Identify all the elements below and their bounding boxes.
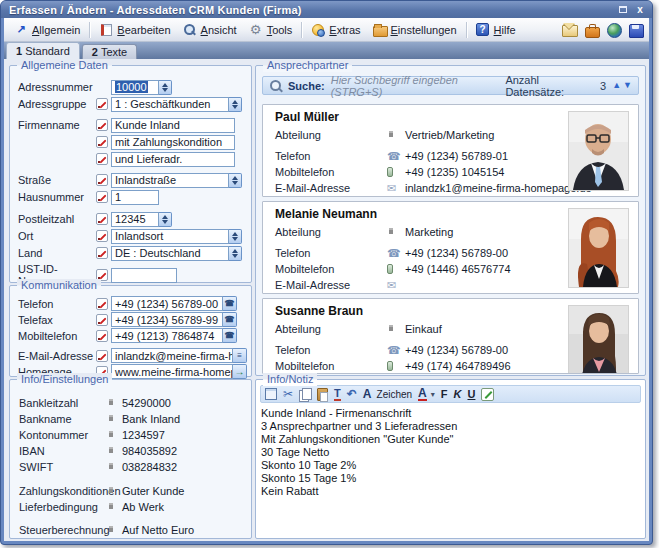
contact-search-bar[interactable]: Suche: Hier Suchbegriff eingeben (STRG+S… [262,76,639,95]
font-color-button[interactable]: A [418,387,427,401]
edit-pen-icon[interactable] [96,153,108,165]
postleitzahl-select[interactable]: 12345 [111,212,159,227]
field-label: Adressgruppe [18,98,96,110]
field-label: Adressnummer [18,81,96,93]
expand-icon[interactable] [265,388,277,400]
firmenname-input-1[interactable]: Kunde Inland [111,118,235,133]
ort-select[interactable]: Inlandsort [111,229,229,244]
strasse-select[interactable]: Inlandstraße [111,173,229,188]
menu-item-bearbeiten[interactable]: Bearbeiten [93,21,176,39]
title-bar[interactable]: Erfassen / Ändern - Adressdaten CRM Kund… [1,1,652,18]
menu-item-hilfe[interactable]: ? Hilfe [470,21,522,39]
email-menu-button[interactable]: ≡ [233,348,247,363]
menu-item-allgemein[interactable]: ↗ Allgemein [8,21,86,39]
menu-item-einstellungen[interactable]: Einstellungen [367,21,463,39]
dial-button[interactable]: ☎ [223,296,237,311]
menu-item-tools[interactable]: ⚙ Tools [243,21,299,39]
chevron-down-icon[interactable]: ▾ [431,387,435,401]
field-label: Firmenname [18,119,96,131]
mobiltelefon-input[interactable]: +49 (1213) 7864874 [111,328,223,343]
briefcase-icon[interactable] [584,22,601,38]
contact-card[interactable]: Melanie Neumann Abteilung Marketing Tele… [262,201,639,294]
search-placeholder[interactable]: Hier Suchbegriff eingeben (STRG+S) [331,74,506,98]
copy-icon[interactable] [299,388,311,400]
italic-button[interactable]: K [454,387,462,401]
open-homepage-button[interactable]: → [233,364,247,379]
bold-button[interactable]: F [441,387,448,401]
spinner-button[interactable] [229,229,242,244]
edit-pen-icon[interactable] [96,247,108,259]
spinner-button[interactable] [229,97,242,112]
cut-icon[interactable]: ✂ [283,387,293,401]
firmenname-input-3[interactable]: und Lieferadr. [111,152,235,167]
edit-pen-icon[interactable] [96,298,108,310]
info-label: Steuerberechnung [19,524,107,536]
field-label: Land [18,247,96,259]
prev-record-icon[interactable]: ▲ [612,81,621,90]
underline-button[interactable]: U [467,387,475,401]
telefax-input[interactable]: +49 (1234) 56789-99 [111,312,223,327]
spinner-button[interactable] [229,246,242,261]
spinner-button[interactable] [159,212,172,227]
tab-texte[interactable]: 2 Texte [82,44,137,59]
mail-compose-icon[interactable] [562,22,579,38]
field-row-firmenname-3: und Lieferadr. [18,151,247,167]
contact-photo [568,111,629,191]
menu-item-extras[interactable]: Extras [305,21,366,39]
font-icon[interactable]: T [334,387,341,401]
email-input[interactable]: inlandzk@meine-firma-homepage.de [111,348,233,363]
tab-standard[interactable]: 1 Standard [6,42,80,59]
spinner-button[interactable] [229,173,242,188]
notiz-textarea[interactable]: Kunde Inland - Firmenanschrift 3 Ansprec… [261,407,640,534]
field-label: Telefon [18,298,96,310]
save-icon[interactable] [628,22,645,38]
dial-button[interactable]: ☎ [223,328,237,343]
contact-card[interactable]: Paul Müller Abteilung Vertrieb/Marketing… [262,104,639,197]
edit-pen-icon[interactable] [96,174,108,186]
land-select[interactable]: DE : Deutschland [111,246,229,261]
undo-icon[interactable]: ↶ [347,387,357,401]
dial-button[interactable]: ☎ [223,312,237,327]
menu-item-ansicht[interactable]: Ansicht [177,21,243,39]
arrow-ne-icon: ↗ [14,23,28,37]
info-value: 038284832 [122,461,177,473]
edit-pen-icon[interactable] [96,213,108,225]
edit-pen-icon[interactable] [96,191,108,203]
restore-button[interactable] [616,4,630,16]
firmenname-input-2[interactable]: mit Zahlungskondition [111,135,235,150]
info-row: Bankleitzahl 54290000 [19,395,251,411]
homepage-input[interactable]: www.meine-firma-homepage.de [111,364,233,379]
telefon-input[interactable]: +49 (1234) 56789-00 [111,296,223,311]
field-label: E-Mail-Adresse [18,350,96,362]
adressgruppe-select[interactable]: 1 : Geschäftkunden [111,97,229,112]
menu-bar: ↗ Allgemein Bearbeiten Ansicht ⚙ Tools E… [4,18,649,42]
menu-separator [466,22,467,38]
contact-card[interactable]: Susanne Braun Abteilung Einkauf Telefon … [262,298,639,374]
field-row-hausnummer: Hausnummer 1 [18,189,247,205]
spinner-button[interactable] [159,80,172,95]
note-line: Skonto 15 Tage 1% [261,472,640,485]
next-record-icon[interactable]: ▼ [623,81,632,90]
info-label: IBAN [19,445,107,457]
mail-icon: ✉ [387,279,405,292]
zeichen-label[interactable]: Zeichen [377,387,413,401]
hausnummer-input[interactable]: 1 [111,190,159,205]
close-button[interactable]: x [633,4,647,16]
edit-pen-icon[interactable] [96,136,108,148]
edit-pen-icon[interactable] [96,98,108,110]
restore-icon [619,6,627,13]
contact-row: Abteilung Marketing [275,225,453,239]
info-row: Zahlungskonditionen Guter Kunde [19,483,251,499]
ustid-input[interactable] [111,268,177,283]
globe-icon[interactable] [606,22,623,38]
adressnummer-input[interactable]: 10000 [111,80,159,95]
character-icon[interactable]: A [363,387,372,401]
edit-pen-icon[interactable] [96,330,108,342]
edit-pen-icon[interactable] [96,119,108,131]
paste-icon[interactable] [317,388,328,401]
edit-pen-icon[interactable] [96,230,108,242]
edit-pen-icon[interactable] [96,314,108,326]
phone-icon: ☎ [387,344,405,357]
edit-pen-icon[interactable] [96,350,108,362]
note-edit-icon[interactable] [481,388,494,401]
